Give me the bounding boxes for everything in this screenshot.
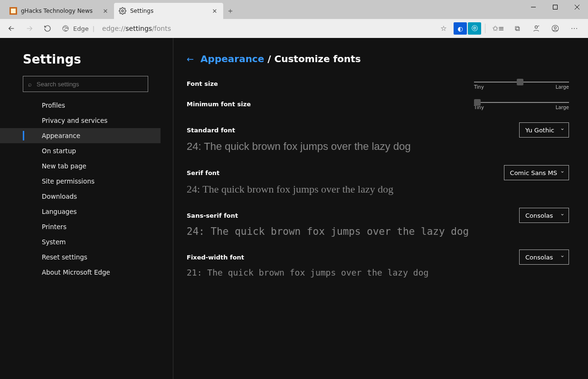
- sidebar-item-languages[interactable]: Languages: [0, 204, 161, 219]
- tab-title: gHacks Technology News: [21, 8, 98, 14]
- search-icon: ⌕: [28, 81, 32, 88]
- favicon-ghacks: [9, 7, 17, 15]
- min-font-size-row: Minimum font size Tiny Large: [187, 98, 569, 110]
- sans-font-label: Sans-serif font: [187, 212, 238, 219]
- breadcrumb-link[interactable]: Appearance: [200, 53, 264, 65]
- min-font-size-slider[interactable]: Tiny Large: [474, 98, 569, 110]
- sidebar-item-sitepermissions[interactable]: Site permissions: [0, 174, 161, 189]
- standard-font-section: Standard font Yu Gothic 24: The quick br…: [187, 122, 569, 153]
- url-rest: /fonts: [152, 25, 171, 32]
- settings-content: Settings ⌕ Profiles Privacy and services…: [0, 38, 588, 379]
- window-titlebar: gHacks Technology News ✕ Settings ✕ ＋: [0, 0, 588, 19]
- font-size-slider[interactable]: Tiny Large: [474, 78, 569, 90]
- profile-icon[interactable]: [546, 21, 564, 36]
- sidebar-item-privacy[interactable]: Privacy and services: [0, 113, 161, 128]
- sidebar-item-newtab[interactable]: New tab page: [0, 158, 161, 174]
- fixed-font-sample: 21: The quick brown fox jumps over the l…: [187, 268, 569, 277]
- slider-max-label: Large: [556, 105, 569, 110]
- identity-label: Edge: [73, 25, 89, 32]
- back-arrow-icon[interactable]: ←: [187, 54, 194, 64]
- sidebar-item-profiles[interactable]: Profiles: [0, 98, 161, 113]
- separator: |: [93, 25, 95, 32]
- url-display[interactable]: edge://settings/fonts: [100, 21, 434, 36]
- serif-font-sample: 24: The quick brown fox jumps over the l…: [187, 183, 569, 195]
- minimize-button[interactable]: [522, 0, 544, 14]
- slider-min-label: Tiny: [474, 84, 484, 90]
- breadcrumb: ← Appearance / Customize fonts: [187, 53, 569, 65]
- extension-icon-1[interactable]: ◐: [454, 22, 467, 35]
- search-settings[interactable]: ⌕: [23, 76, 148, 92]
- fixed-font-dropdown[interactable]: Consolas: [519, 250, 569, 265]
- forward-button[interactable]: [21, 21, 38, 36]
- new-tab-button[interactable]: ＋: [223, 3, 237, 19]
- gear-icon: [119, 7, 126, 15]
- back-button[interactable]: [3, 21, 20, 36]
- standard-font-dropdown[interactable]: Yu Gothic: [519, 122, 569, 138]
- font-size-row: Font size Tiny Large: [187, 78, 569, 90]
- collections-icon[interactable]: ⧉: [508, 21, 526, 36]
- tab-title: Settings: [130, 8, 207, 14]
- url-path: settings: [125, 25, 152, 32]
- settings-title: Settings: [23, 52, 161, 66]
- svg-rect-1: [11, 9, 16, 13]
- more-menu-icon[interactable]: ⋯: [565, 21, 583, 36]
- tab-settings[interactable]: Settings ✕: [114, 3, 223, 19]
- tab-ghacks[interactable]: gHacks Technology News ✕: [5, 3, 114, 19]
- favorite-star-icon[interactable]: ☆: [435, 21, 453, 36]
- svg-point-12: [554, 27, 557, 29]
- min-font-size-label: Minimum font size: [187, 101, 251, 108]
- standard-font-sample: 24: The quick brown fox jumps over the l…: [187, 140, 569, 153]
- tab-strip: gHacks Technology News ✕ Settings ✕ ＋: [0, 0, 237, 19]
- sans-font-section: Sans-serif font Consolas 24: The quick b…: [187, 208, 569, 237]
- sidebar-item-system[interactable]: System: [0, 234, 161, 250]
- sans-font-sample: 24: The quick brown fox jumps over the l…: [187, 226, 569, 237]
- sidebar-item-printers[interactable]: Printers: [0, 219, 161, 234]
- sidebar-item-onstartup[interactable]: On startup: [0, 143, 161, 158]
- address-bar: Edge | edge://settings/fonts ☆ ◐ ⓔ ✩≡ ⧉ …: [0, 19, 588, 38]
- site-identity[interactable]: Edge |: [57, 21, 99, 36]
- breadcrumb-sep: /: [267, 53, 274, 65]
- favorites-icon[interactable]: ✩≡: [489, 21, 507, 36]
- breadcrumb-current: Customize fonts: [275, 53, 361, 65]
- font-size-label: Font size: [187, 80, 218, 87]
- sidebar-item-about[interactable]: About Microsoft Edge: [0, 265, 161, 280]
- standard-font-label: Standard font: [187, 127, 235, 134]
- serif-font-label: Serif font: [187, 169, 219, 176]
- search-input[interactable]: [37, 81, 143, 88]
- url-scheme: edge://: [102, 25, 125, 32]
- fixed-font-section: Fixed-width font Consolas 21: The quick …: [187, 250, 569, 277]
- settings-main: ← Appearance / Customize fonts Font size…: [173, 38, 588, 379]
- serif-font-dropdown[interactable]: Comic Sans MS: [504, 165, 569, 180]
- fixed-font-label: Fixed-width font: [187, 254, 244, 261]
- sidebar-item-appearance[interactable]: Appearance: [0, 128, 161, 143]
- sidebar-item-downloads[interactable]: Downloads: [0, 189, 161, 204]
- feedback-icon[interactable]: [527, 21, 545, 36]
- refresh-button[interactable]: [39, 21, 56, 36]
- svg-rect-4: [553, 5, 558, 9]
- close-window-button[interactable]: [566, 0, 588, 14]
- slider-max-label: Large: [556, 84, 569, 90]
- svg-point-10: [535, 26, 537, 28]
- sans-font-dropdown[interactable]: Consolas: [519, 208, 569, 223]
- extension-icon-2[interactable]: ⓔ: [468, 22, 481, 35]
- settings-sidebar: Settings ⌕ Profiles Privacy and services…: [0, 38, 173, 379]
- serif-font-section: Serif font Comic Sans MS 24: The quick b…: [187, 165, 569, 195]
- svg-point-2: [122, 10, 123, 12]
- edge-logo-icon: [62, 25, 69, 32]
- window-controls: [522, 0, 588, 14]
- sidebar-item-reset[interactable]: Reset settings: [0, 250, 161, 265]
- separator: [485, 24, 485, 33]
- settings-nav: Profiles Privacy and services Appearance…: [0, 98, 161, 280]
- close-icon[interactable]: ✕: [102, 8, 109, 15]
- close-icon[interactable]: ✕: [211, 8, 218, 15]
- maximize-button[interactable]: [544, 0, 566, 14]
